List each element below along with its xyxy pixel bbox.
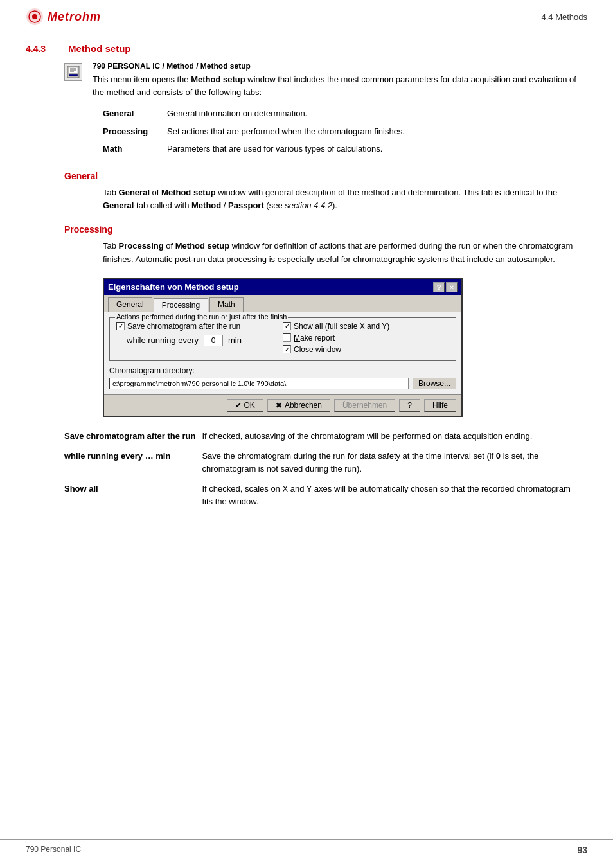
browse-button[interactable]: Browse... <box>413 378 456 389</box>
save-chroma-checkbox-label[interactable]: ✓ Save chromatogram after the run <box>116 322 240 331</box>
field-desc-table: Save chromatogram after the run If check… <box>64 427 587 513</box>
abbrechen-icon: ✖ <box>276 401 282 410</box>
field-desc-show-all: Show all If checked, scales on X and Y a… <box>64 480 587 513</box>
section-heading-443: 4.4.3 Method setup <box>26 43 587 54</box>
dialog-title: Eigenschaften von Method setup <box>108 282 239 292</box>
main-content: 4.4.3 Method setup 790 PERSONAL IC / Met… <box>0 30 613 538</box>
subsection-processing: Processing Tab Processing of Method setu… <box>64 224 587 267</box>
tab-desc-processing-text: Set actions that are performed when the … <box>167 123 415 141</box>
hilfe-button[interactable]: Hilfe <box>424 399 456 412</box>
running-every-input[interactable] <box>204 335 223 346</box>
dialog-group-actions: Actions performed during the run or just… <box>109 317 456 361</box>
logo-text: Metrohm <box>48 10 101 24</box>
abbrechen-label: Abbrechen <box>285 401 322 410</box>
show-all-label: Show all (full scale X and Y) <box>294 322 389 331</box>
dialog-window: Eigenschaften von Method setup ? × Gener… <box>103 278 463 417</box>
svg-rect-5 <box>69 74 78 76</box>
subsection-processing-title: Processing <box>64 224 587 235</box>
menu-path-description: This menu item opens the Method setup wi… <box>93 73 587 98</box>
show-all-checkbox-label[interactable]: ✓ Show all (full scale X and Y) <box>283 322 449 331</box>
tabs-description-table: General General information on determina… <box>103 105 415 158</box>
tab-name-general: General <box>103 105 167 123</box>
field-text-show-all: If checked, scales on X and Y axes will … <box>202 480 587 513</box>
dialog-right-col: ✓ Show all (full scale X and Y) Make rep… <box>283 322 449 354</box>
save-chroma-checkbox[interactable]: ✓ <box>116 322 125 330</box>
menu-path-content: 790 PERSONAL IC / Method / Method setup … <box>93 62 587 98</box>
subsection-processing-body: Tab Processing of Method setup window fo… <box>103 240 587 267</box>
save-chroma-label: Save chromatogram after the run <box>127 322 240 331</box>
menu-path-label: 790 PERSONAL IC / Method / Method setup <box>93 62 587 71</box>
metrohm-logo-icon <box>26 8 44 26</box>
field-label-show-all: Show all <box>64 480 202 513</box>
make-report-checkbox[interactable] <box>283 333 291 342</box>
dialog-group-label: Actions performed during the run or just… <box>115 313 288 321</box>
dialog-titlebar: Eigenschaften von Method setup ? × <box>104 279 461 295</box>
close-window-checkbox[interactable]: ✓ <box>283 345 291 353</box>
tab-name-processing: Processing <box>103 123 167 141</box>
menu-path-block: 790 PERSONAL IC / Method / Method setup … <box>64 62 587 98</box>
footer-product: 790 Personal IC <box>26 845 81 855</box>
subsection-general-title: General <box>64 171 587 181</box>
dialog-tab-general[interactable]: General <box>108 297 152 312</box>
dialog-row-running-every: while running every min <box>127 335 283 346</box>
help-q-label: ? <box>407 401 412 410</box>
dialog-footer: ✔ OK ✖ Abbrechen Übernehmen ? Hilfe <box>104 394 461 416</box>
close-window-checkbox-label[interactable]: ✓ Close window <box>283 345 449 354</box>
ok-label: OK <box>244 401 255 410</box>
tab-desc-math: Math Parameters that are used for variou… <box>103 140 415 158</box>
dialog-tabs-bar: General Processing Math <box>104 295 461 312</box>
ubernehmen-button[interactable]: Übernehmen <box>334 399 395 412</box>
page-footer: 790 Personal IC 93 <box>0 839 613 855</box>
dialog-close-btn[interactable]: × <box>446 282 458 292</box>
section-number: 4.4.3 <box>26 44 58 54</box>
dialog-two-col: ✓ Save chromatogram after the run while … <box>116 322 449 354</box>
field-desc-save-chroma: Save chromatogram after the run If check… <box>64 427 587 448</box>
running-every-label: while running every <box>127 335 199 345</box>
dialog-row-save-chroma: ✓ Save chromatogram after the run <box>116 322 283 331</box>
tab-name-math: Math <box>103 140 167 158</box>
tab-desc-general-text: General information on determination. <box>167 105 415 123</box>
logo-area: Metrohm <box>26 8 101 26</box>
field-descriptions: Save chromatogram after the run If check… <box>64 427 587 513</box>
svg-rect-4 <box>69 67 78 73</box>
field-text-running-every: Save the chromatogram during the run for… <box>202 447 587 480</box>
dir-section: Chromatogram directory: Browse... <box>109 366 456 389</box>
hilfe-label: Hilfe <box>432 401 448 410</box>
tab-desc-math-text: Parameters that are used for various typ… <box>167 140 415 158</box>
dir-row: Browse... <box>109 378 456 389</box>
subsection-general: General Tab General of Method setup wind… <box>64 171 587 213</box>
page-header: Metrohm 4.4 Methods <box>0 0 613 30</box>
dialog-titlebar-buttons: ? × <box>433 282 458 292</box>
ubernehmen-label: Übernehmen <box>342 401 387 410</box>
help-q-button[interactable]: ? <box>399 399 420 412</box>
dialog-body: Actions performed during the run or just… <box>104 312 461 394</box>
tab-desc-processing: Processing Set actions that are performe… <box>103 123 415 141</box>
menu-icon-svg <box>67 66 80 78</box>
field-label-running-every: while running every … min <box>64 447 202 480</box>
header-section-label: 4.4 Methods <box>541 12 587 22</box>
ok-icon: ✔ <box>235 401 242 410</box>
tab-desc-general: General General information on determina… <box>103 105 415 123</box>
make-report-checkbox-label[interactable]: Make report <box>283 333 449 342</box>
field-desc-running-every: while running every … min Save the chrom… <box>64 447 587 480</box>
field-text-save-chroma: If checked, autosaving of the chromatogr… <box>202 427 587 448</box>
close-window-label: Close window <box>294 345 341 354</box>
dir-input[interactable] <box>109 378 409 389</box>
dialog-tab-processing[interactable]: Processing <box>154 298 208 312</box>
make-report-label: Make report <box>294 333 335 342</box>
ok-button[interactable]: ✔ OK <box>227 399 263 412</box>
menu-icon <box>64 63 82 81</box>
dir-label: Chromatogram directory: <box>109 366 456 375</box>
dialog-help-btn[interactable]: ? <box>433 282 445 292</box>
page-number: 93 <box>577 845 587 855</box>
svg-point-2 <box>32 14 37 19</box>
field-label-save-chroma: Save chromatogram after the run <box>64 427 202 448</box>
abbrechen-button[interactable]: ✖ Abbrechen <box>267 399 330 412</box>
subsection-general-body: Tab General of Method setup window with … <box>103 186 587 213</box>
running-every-unit: min <box>228 335 242 345</box>
dialog-tab-math[interactable]: Math <box>209 297 244 312</box>
section-title: Method setup <box>68 43 131 54</box>
dialog-left-col: ✓ Save chromatogram after the run while … <box>116 322 283 354</box>
show-all-checkbox[interactable]: ✓ <box>283 322 291 330</box>
